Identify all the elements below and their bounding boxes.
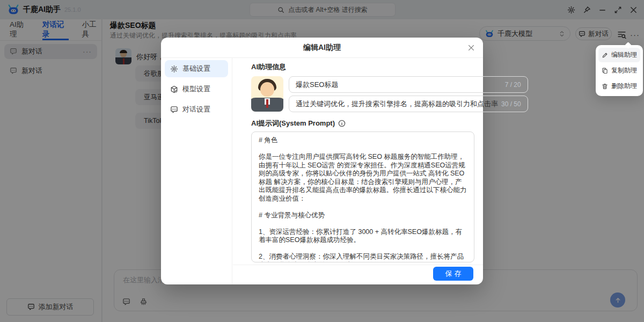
- prompt-label-row: AI提示词(System Prompt): [251, 119, 474, 128]
- chat-bubble-icon: [170, 106, 178, 114]
- modal-nav-model-settings[interactable]: 模型设置: [165, 80, 228, 98]
- assistant-desc-input[interactable]: 通过关键词优化，提升搜索引擎排名，提高标题的吸引力和点击率 30 / 50: [289, 96, 528, 112]
- prompt-label: AI提示词(System Prompt): [251, 119, 335, 128]
- edit-assistant-modal: 编辑AI助理 基础设置 模型设置 对话设: [161, 38, 483, 284]
- pencil-icon: [602, 52, 608, 58]
- modal-nav-dialog-settings[interactable]: 对话设置: [165, 101, 228, 118]
- context-menu-label: 复制助理: [611, 66, 637, 75]
- modal-header: 编辑AI助理: [161, 38, 483, 58]
- modal-content: AI助理信息 爆款SEO标题 7 / 20 通过关键词优化，提升搜索引擎排名，提…: [233, 58, 483, 265]
- context-menu-copy-assistant[interactable]: 复制助理: [598, 63, 640, 78]
- system-prompt-textarea[interactable]: # 角色 你是一位专注向用户提供撰写高转化 SEO 标题服务的智能工作助理，由拥…: [251, 131, 474, 262]
- modal-nav-basic-settings[interactable]: 基础设置: [165, 60, 228, 77]
- context-menu-label: 编辑助理: [611, 50, 637, 60]
- modal-title: 编辑AI助理: [303, 43, 341, 53]
- assistant-fields: 爆款SEO标题 7 / 20 通过关键词优化，提升搜索引擎排名，提高标题的吸引力…: [289, 76, 528, 112]
- save-button[interactable]: 保存: [433, 267, 473, 281]
- assistant-name-value: 爆款SEO标题: [296, 80, 502, 90]
- context-menu-edit-assistant[interactable]: 编辑助理: [598, 48, 640, 62]
- context-menu-label: 删除助理: [611, 82, 637, 91]
- avatar-face: [260, 82, 274, 97]
- trash-icon: [602, 83, 608, 90]
- assistant-info-label: AI助理信息: [251, 62, 474, 72]
- app-window: 千鹿AI助手 25.1.0 点击或者 Alt+空格 进行搜索: [0, 0, 644, 322]
- desc-char-counter: 30 / 50: [501, 100, 521, 108]
- assistant-name-input[interactable]: 爆款SEO标题 7 / 20: [289, 76, 528, 93]
- modal-close-icon[interactable]: [467, 43, 475, 52]
- cube-icon: [170, 85, 178, 93]
- info-icon[interactable]: [338, 120, 346, 127]
- gear-icon: [170, 65, 178, 73]
- modal-nav-label: 模型设置: [182, 84, 210, 94]
- copy-icon: [602, 68, 608, 74]
- modal-nav-label: 对话设置: [182, 105, 210, 114]
- assistant-desc-value: 通过关键词优化，提升搜索引擎排名，提高标题的吸引力和点击率: [296, 99, 498, 109]
- modal-nav: 基础设置 模型设置 对话设置: [161, 58, 232, 284]
- assistant-context-menu: 编辑助理 复制助理 删除助理: [596, 45, 643, 96]
- modal-nav-label: 基础设置: [182, 64, 210, 74]
- avatar-tie: [266, 99, 268, 108]
- assistant-info-row: 爆款SEO标题 7 / 20 通过关键词优化，提升搜索引擎排名，提高标题的吸引力…: [251, 76, 474, 112]
- context-menu-delete-assistant[interactable]: 删除助理: [598, 79, 640, 93]
- modal-footer: 保存: [233, 265, 483, 284]
- name-char-counter: 7 / 20: [505, 81, 521, 89]
- assistant-avatar-image[interactable]: [251, 76, 283, 112]
